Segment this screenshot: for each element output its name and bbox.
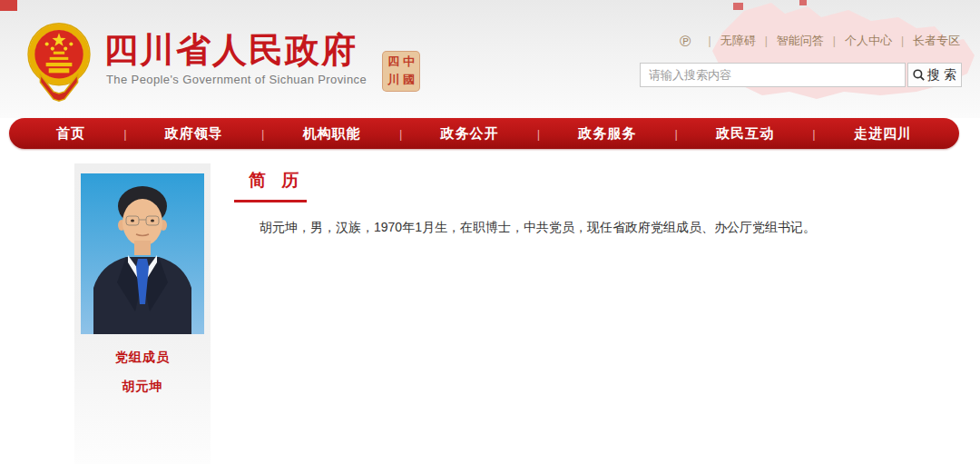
sichuan-seal-logo: 四 中 川 國 (382, 51, 420, 92)
national-emblem-logo (25, 20, 93, 104)
utility-links: ℗ | 无障碍 | 智能问答 | 个人中心 | 长者专区 (680, 33, 960, 49)
section-title: 简 历 (249, 169, 815, 193)
search-button[interactable]: 搜 索 (907, 63, 962, 87)
search-bar: 搜 索 (640, 63, 962, 87)
search-input[interactable] (640, 63, 906, 87)
site-subtitle: The People's Government of Sichuan Provi… (106, 73, 367, 86)
separator: | (399, 127, 402, 141)
profile-panel: 党组成员 胡元坤 (74, 163, 211, 464)
separator: | (812, 127, 815, 141)
separator: | (537, 127, 540, 141)
nav-item-government-leaders[interactable]: 政府领导 (165, 125, 223, 143)
portrait-photo (81, 173, 204, 334)
title-underline (234, 200, 307, 202)
seal-char: 川 (386, 72, 401, 90)
separator: | (261, 127, 264, 141)
link-accessibility[interactable]: 无障碍 (720, 33, 756, 49)
separator: | (901, 35, 904, 47)
search-button-label: 搜 索 (927, 67, 956, 84)
separator: | (765, 35, 768, 47)
link-smart-qa[interactable]: 智能问答 (777, 33, 824, 49)
corner-red-mark (0, 0, 17, 11)
nav-item-organization-functions[interactable]: 机构职能 (303, 125, 361, 143)
search-icon (913, 69, 925, 81)
separator: | (123, 127, 126, 141)
separator: | (675, 127, 678, 141)
separator: | (709, 35, 711, 47)
link-personal-center[interactable]: 个人中心 (845, 33, 892, 49)
nav-item-public-interaction[interactable]: 政民互动 (716, 125, 774, 143)
nav-item-home[interactable]: 首页 (56, 125, 85, 143)
site-title: 四川省人民政府 (103, 27, 358, 74)
nav-item-government-services[interactable]: 政务服务 (578, 125, 636, 143)
position-label: 党组成员 (74, 350, 211, 366)
link-senior-zone[interactable]: 长者专区 (913, 33, 960, 49)
nav-item-government-disclosure[interactable]: 政务公开 (440, 125, 498, 143)
seal-char: 國 (401, 72, 416, 90)
page: 四川省人民政府 The People's Government of Sichu… (0, 0, 980, 464)
site-header: 四川省人民政府 The People's Government of Sichu… (0, 0, 980, 118)
person-name: 胡元坤 (74, 379, 211, 395)
bio-text: 胡元坤，男，汉族，1970年1月生，在职博士，中共党员，现任省政府党组成员、办公… (234, 217, 815, 237)
nav-item-discover-sichuan[interactable]: 走进四川 (854, 125, 912, 143)
seal-char: 中 (401, 54, 416, 72)
seal-char: 四 (386, 54, 401, 72)
separator: | (833, 35, 836, 47)
voice-reading-icon[interactable]: ℗ (680, 34, 691, 49)
resume-section: 简 历 胡元坤，男，汉族，1970年1月生，在职博士，中共党员，现任省政府党组成… (234, 163, 815, 237)
main-nav: 首页 | 政府领导 | 机构职能 | 政务公开 | 政务服务 | 政民互动 | … (9, 118, 959, 149)
